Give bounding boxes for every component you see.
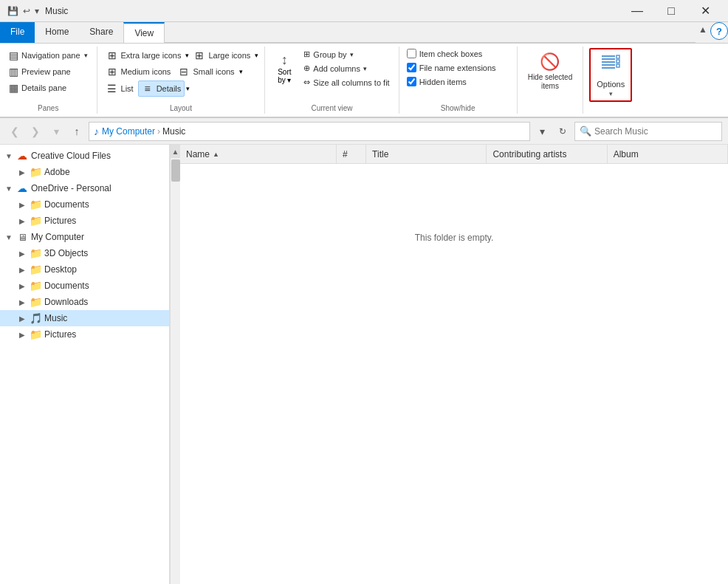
address-mycomputer[interactable]: My Computer	[102, 126, 155, 137]
sidebar-item-adobe[interactable]: ▶ 📁 Adobe	[0, 164, 169, 180]
navigation-bar: ❮ ❯ ▾ ↑ ♪ My Computer › Music ▾ ↻ 🔍	[0, 118, 728, 145]
quick-access-dropdown[interactable]: ▾	[33, 6, 41, 16]
quick-access-undo[interactable]: ↩	[21, 6, 32, 16]
my-computer-icon: 🖥	[15, 232, 30, 243]
title-bar: 💾 ↩ ▾ Music — □ ✕	[0, 0, 728, 22]
scroll-thumb[interactable]	[171, 159, 180, 182]
sidebar-item-onedrive[interactable]: ▼ ☁ OneDrive - Personal	[0, 180, 169, 196]
sidebar-item-pictures-mc[interactable]: ▶ 📁 Pictures	[0, 326, 169, 343]
maximize-button[interactable]: □	[654, 0, 688, 22]
col-header-artist[interactable]: Contributing artists	[487, 145, 607, 163]
music-label: Music	[44, 313, 67, 323]
sort-by-button[interactable]: ↕ Sort by ▾	[271, 55, 298, 82]
col-header-title[interactable]: Title	[366, 145, 487, 163]
large-icons-dropdown: ▾	[255, 52, 258, 59]
hide-selected-button[interactable]: 🚫 Hide selecteditems	[523, 48, 577, 95]
item-checkboxes-checkbox[interactable]	[407, 49, 416, 58]
expand-downloads[interactable]: ▶	[16, 298, 28, 306]
add-columns-arrow: ▾	[363, 65, 367, 72]
tab-file[interactable]: File	[0, 22, 35, 43]
sidebar-item-desktop[interactable]: ▶ 📁 Desktop	[0, 261, 169, 278]
nav-pane-arrow: ▾	[84, 52, 88, 59]
panes-group: ▤ Navigation pane ▾ ▥ Preview pane ▦ Det…	[0, 47, 97, 114]
expand-3dobjects[interactable]: ▶	[16, 250, 28, 258]
downloads-icon: 📁	[28, 296, 43, 308]
details-pane-button[interactable]: ▦ Details pane	[6, 80, 69, 95]
col-header-album[interactable]: Album	[608, 145, 728, 163]
adobe-icon: 📁	[28, 166, 43, 178]
expand-music[interactable]: ▶	[16, 315, 28, 323]
tab-home[interactable]: Home	[35, 22, 79, 43]
group-by-icon: ⊞	[303, 49, 310, 59]
close-button[interactable]: ✕	[688, 0, 722, 22]
group-by-button[interactable]: ⊞ Group by ▾	[301, 48, 392, 61]
expand-adobe[interactable]: ▶	[16, 168, 28, 176]
refresh-button[interactable]: ↻	[554, 123, 571, 140]
content-with-scroll: ▲ ▼ Name ▲ # Title	[170, 145, 728, 584]
sort-by-label2: by ▾	[278, 76, 291, 84]
expand-creative-cloud[interactable]: ▼	[3, 152, 15, 160]
large-icons-button[interactable]: ⊞ Large icons	[190, 48, 253, 63]
options-button[interactable]: Options ▾	[589, 48, 632, 102]
title-bar-left: 💾 ↩ ▾	[6, 6, 41, 16]
file-extensions-toggle[interactable]: File name extensions	[405, 62, 498, 73]
sidebar-item-music[interactable]: ▶ 🎵 Music	[0, 310, 169, 326]
address-dropdown-button[interactable]: ▾	[533, 123, 551, 140]
list-button[interactable]: ☰ List	[103, 81, 137, 96]
nav-music-icon: ♪	[94, 126, 99, 137]
preview-pane-button[interactable]: ▥ Preview pane	[6, 64, 74, 79]
item-checkboxes-toggle[interactable]: Item check boxes	[405, 48, 484, 59]
content-panel: ▲ ▼ Name ▲ # Title	[170, 145, 728, 584]
ribbon-collapse-button[interactable]: ▲	[696, 22, 710, 37]
expand-my-computer[interactable]: ▼	[3, 233, 15, 241]
small-icons-button[interactable]: ⊟ Small icons	[175, 64, 237, 79]
options-svg	[600, 52, 621, 73]
sidebar-item-creative-cloud[interactable]: ▼ ☁ Creative Cloud Files	[0, 148, 169, 164]
tab-view[interactable]: View	[123, 22, 165, 43]
pictures-mc-label: Pictures	[44, 329, 76, 340]
vertical-scrollbar: ▲ ▼	[170, 145, 180, 584]
file-extensions-checkbox[interactable]	[407, 63, 416, 72]
expand-docs-od[interactable]: ▶	[16, 201, 28, 209]
minimize-button[interactable]: —	[620, 0, 654, 22]
sidebar-item-my-computer[interactable]: ▼ 🖥 My Computer	[0, 229, 169, 245]
sidebar-item-documents-mc[interactable]: ▶ 📁 Documents	[0, 278, 169, 294]
extra-large-icons-button[interactable]: ⊞ Extra large icons	[103, 48, 185, 63]
recent-locations-button[interactable]: ▾	[47, 123, 65, 140]
expand-pictures-mc[interactable]: ▶	[16, 331, 28, 339]
back-button[interactable]: ❮	[6, 123, 24, 140]
quick-access-save[interactable]: 💾	[6, 6, 20, 16]
current-view-group-label: Current view	[265, 104, 398, 112]
size-columns-button[interactable]: ⇔ Size all columns to fit	[301, 76, 392, 89]
add-columns-label: Add columns	[313, 64, 360, 73]
details-button[interactable]: ≡ Details	[138, 80, 185, 97]
hidden-items-checkbox[interactable]	[407, 77, 416, 86]
medium-icons-button[interactable]: ⊞ Medium icons	[103, 64, 174, 79]
sidebar-item-3dobjects[interactable]: ▶ 📁 3D Objects	[0, 245, 169, 261]
add-columns-button[interactable]: ⊕ Add columns ▾	[301, 62, 392, 75]
onedrive-label: OneDrive - Personal	[31, 183, 111, 193]
sidebar-item-documents-od[interactable]: ▶ 📁 Documents	[0, 196, 169, 213]
navigation-pane-button[interactable]: ▤ Navigation pane ▾	[6, 48, 91, 63]
col-header-num[interactable]: #	[337, 145, 366, 163]
expand-pics-od[interactable]: ▶	[16, 217, 28, 225]
tab-share[interactable]: Share	[79, 22, 123, 43]
list-icon: ☰	[106, 83, 118, 95]
expand-docs-mc[interactable]: ▶	[16, 282, 28, 290]
col-name-label: Name	[186, 149, 210, 159]
sidebar-item-downloads[interactable]: ▶ 📁 Downloads	[0, 294, 169, 310]
hidden-items-toggle[interactable]: Hidden items	[405, 76, 468, 87]
expand-desktop[interactable]: ▶	[16, 266, 28, 274]
help-button[interactable]: ?	[710, 22, 728, 40]
pictures-od-label: Pictures	[44, 216, 76, 226]
up-button[interactable]: ↑	[68, 123, 86, 140]
show-hide-group: Item check boxes File name extensions Hi…	[399, 47, 518, 114]
search-input[interactable]	[594, 126, 717, 137]
address-bar[interactable]: ♪ My Computer › Music	[89, 122, 530, 141]
sidebar-item-pictures-od[interactable]: ▶ 📁 Pictures	[0, 213, 169, 229]
expand-onedrive[interactable]: ▼	[3, 185, 15, 193]
scroll-up-arrow[interactable]: ▲	[171, 145, 181, 158]
extra-large-icons-label: Extra large icons	[121, 51, 182, 60]
col-header-name[interactable]: Name ▲	[180, 145, 337, 163]
forward-button[interactable]: ❯	[27, 123, 44, 140]
